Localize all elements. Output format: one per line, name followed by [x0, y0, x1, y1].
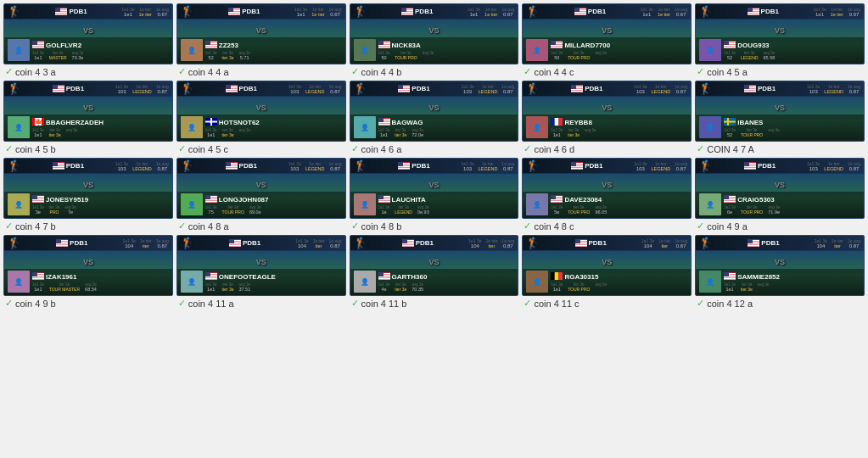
svg-rect-22 — [205, 47, 217, 48]
opp-name-12: LAUCHITA — [392, 196, 426, 204]
check-icon-12: ✓ — [351, 221, 359, 232]
svg-rect-125 — [226, 168, 238, 170]
match-card-11[interactable]: 🏌 PDB1 1e1 3e 103 — [176, 158, 346, 219]
match-card-14[interactable]: 🏌 PDB1 1e1 3e 103 — [695, 158, 865, 219]
coin-label-3: coin 4 4 c — [534, 67, 574, 77]
svg-rect-10 — [32, 47, 44, 48]
wm-logo-icon-17: 🏌 — [354, 237, 367, 249]
wm-logo-icon-0: 🏌 — [8, 6, 21, 17]
svg-rect-130 — [205, 199, 217, 201]
vs-label-6: VS — [256, 103, 266, 112]
match-card-19[interactable]: 🏌 PDB1 1e1 3e 104 — [695, 235, 865, 296]
match-card-17[interactable]: 🏌 PDB1 1e1 3e 104 — [350, 235, 519, 296]
coin-label-15: coin 4 9 b — [15, 299, 56, 309]
wm-logo-icon-9: 🏌 — [699, 83, 713, 94]
coin-label-19: coin 4 12 a — [707, 299, 753, 309]
p1-flag-10 — [53, 161, 64, 171]
svg-rect-186 — [229, 239, 234, 243]
svg-rect-120 — [32, 195, 37, 199]
svg-rect-126 — [226, 162, 231, 166]
wm-logo-icon-5: 🏌 — [8, 83, 21, 94]
svg-rect-174 — [56, 239, 61, 243]
svg-rect-78 — [210, 118, 212, 126]
label-row-10: ✓ coin 4 7 b — [3, 219, 56, 232]
opp-tier-19: tier 3e — [741, 287, 753, 292]
match-card-3[interactable]: 🏌 PDB1 1e1 3e 1e1 — [522, 3, 692, 64]
p1-name-18: PDB1 — [589, 239, 607, 247]
p1-name-3: PDB1 — [588, 8, 606, 15]
opp-name-6: HOTSNOT62 — [219, 119, 260, 126]
svg-rect-132 — [205, 195, 210, 199]
svg-rect-105 — [744, 85, 749, 89]
match-card-18[interactable]: 🏌 PDB1 1e1 3e 104 — [522, 235, 692, 296]
match-card-2[interactable]: 🏌 PDB1 1e1 3e 1e1 — [350, 3, 519, 64]
svg-rect-113 — [53, 168, 64, 170]
opp-name-15: IZAK1961 — [46, 273, 76, 281]
svg-rect-107 — [724, 121, 736, 123]
label-row-12: ✓ coin 4 8 b — [350, 219, 402, 232]
match-card-10[interactable]: 🏌 PDB1 1e1 3e 103 — [3, 158, 173, 219]
svg-rect-197 — [402, 245, 414, 247]
match-card-4[interactable]: 🏌 PDB1 1e1 3e 1e1 — [695, 3, 865, 64]
p1-flag-15 — [56, 238, 68, 249]
svg-rect-219 — [748, 239, 753, 243]
check-icon-7: ✓ — [351, 143, 359, 154]
match-card-15[interactable]: 🏌 PDB1 1e1 3e 104 — [3, 235, 173, 296]
svg-rect-15 — [228, 12, 240, 14]
match-card-16[interactable]: 🏌 PDB1 1e1 3e 104 — [176, 235, 346, 296]
check-icon-16: ✓ — [178, 298, 186, 309]
opp-tier-6: tier 3e — [222, 132, 234, 137]
coin-label-4: coin 4 5 a — [707, 67, 748, 77]
match-card-13[interactable]: 🏌 PDB1 1e1 3e 103 — [522, 158, 692, 219]
match-card-0[interactable]: 🏌 PDB1 1e1 3e 1e1 — [3, 3, 173, 64]
card-wrap-0: 🏌 PDB1 1e1 3e 1e1 — [3, 3, 173, 77]
wm-logo-icon-18: 🏌 — [526, 237, 540, 249]
check-icon-18: ✓ — [524, 298, 531, 309]
svg-rect-39 — [574, 12, 586, 14]
wm-logo-icon-10: 🏌 — [8, 160, 21, 171]
vs-label-19: VS — [775, 258, 785, 266]
card-wrap-15: 🏌 PDB1 1e1 3e 104 — [3, 235, 173, 309]
check-icon-1: ✓ — [178, 66, 186, 77]
check-icon-13: ✓ — [524, 221, 531, 232]
svg-rect-131 — [205, 201, 217, 203]
main-grid: 🏌 PDB1 1e1 3e 1e1 — [0, 0, 868, 312]
opp-flag-5: 🍁 — [32, 117, 44, 127]
match-card-5[interactable]: 🏌 PDB1 1e1 3e 103 — [3, 81, 173, 142]
vs-label-7: VS — [428, 103, 439, 112]
coin-label-17: coin 4 11 b — [361, 299, 407, 309]
svg-rect-144 — [378, 195, 384, 199]
match-card-12[interactable]: 🏌 PDB1 1e1 3e 103 — [350, 158, 519, 219]
svg-rect-99 — [559, 118, 563, 126]
match-card-8[interactable]: 🏌 PDB1 1e1 3e 103 — [522, 81, 692, 142]
opp-name-13: DAVE23084 — [564, 196, 602, 204]
opp-flag-4 — [724, 40, 736, 50]
opp-name-4: DOUG933 — [737, 42, 769, 49]
opp-flag-16 — [205, 271, 217, 282]
svg-rect-179 — [32, 278, 44, 280]
opp-avatar-0: 👤 — [8, 39, 30, 61]
p1-name-9: PDB1 — [758, 85, 776, 92]
card-wrap-10: 🏌 PDB1 1e1 3e 103 — [3, 158, 173, 232]
check-icon-15: ✓ — [5, 298, 13, 309]
svg-rect-143 — [378, 201, 390, 203]
opp-avatar-17: 👤 — [354, 271, 376, 293]
match-card-6[interactable]: 🏌 PDB1 1e1 3e 103 — [176, 81, 346, 142]
match-card-7[interactable]: 🏌 PDB1 1e1 3e 103 — [350, 81, 519, 142]
opp-name-19: SAMMIE2852 — [737, 273, 780, 281]
svg-rect-28 — [401, 14, 413, 15]
opp-avatar-19: 👤 — [699, 271, 721, 293]
svg-rect-29 — [401, 8, 406, 12]
wm-logo-icon-16: 🏌 — [181, 237, 194, 249]
svg-rect-213 — [559, 272, 563, 280]
match-card-1[interactable]: 🏌 PDB1 1e1 3e 1e1 — [176, 3, 346, 64]
coin-label-1: coin 4 4 a — [188, 67, 229, 77]
opp-name-17: GARTH360 — [392, 273, 428, 281]
svg-rect-40 — [574, 14, 586, 15]
card-wrap-11: 🏌 PDB1 1e1 3e 103 — [176, 158, 346, 232]
opp-tier-18: TOUR PRO — [568, 287, 590, 292]
vs-label-14: VS — [775, 181, 785, 189]
opp-name-18: RGA30315 — [564, 273, 598, 281]
label-row-2: ✓ coin 4 4 b — [350, 64, 402, 77]
match-card-9[interactable]: 🏌 PDB1 1e1 3e 103 — [695, 81, 865, 142]
